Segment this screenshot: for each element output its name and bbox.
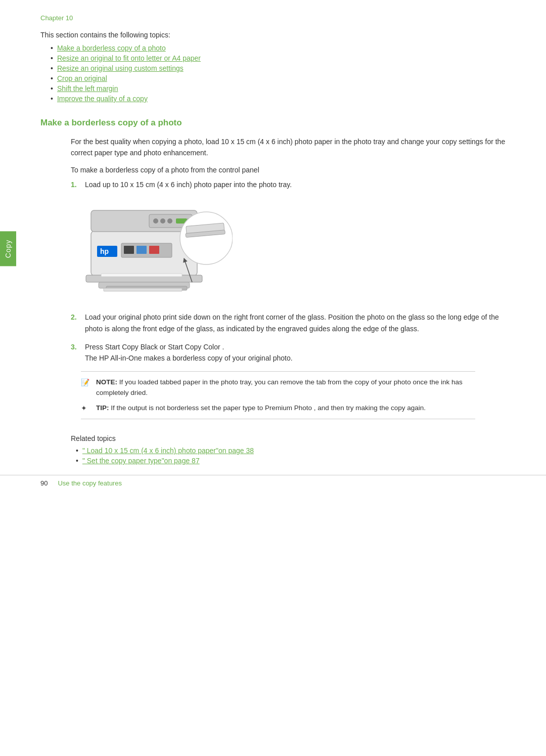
section-heading-borderless: Make a borderless copy of a photo [40, 118, 506, 128]
intro-text: This section contains the following topi… [40, 31, 506, 39]
svg-rect-12 [104, 288, 182, 291]
list-item: Shift the left margin [51, 84, 506, 93]
topic-link-resize-fit[interactable]: Resize an original to fit onto letter or… [57, 54, 201, 62]
tip-icon: ✦ [81, 403, 92, 414]
procedure-intro: To make a borderless copy of a photo fro… [71, 166, 506, 174]
svg-rect-16 [124, 246, 134, 254]
tip-line: ✦ TIP: If the output is not borderless s… [81, 403, 475, 414]
steps-list: 1. Load up to 10 x 15 cm (4 x 6 inch) ph… [71, 179, 506, 190]
topic-link-margin[interactable]: Shift the left margin [57, 84, 118, 93]
step-2-text: Load your original photo print side down… [85, 312, 506, 334]
svg-rect-17 [136, 246, 147, 254]
topic-link-crop[interactable]: Crop an original [57, 74, 107, 82]
steps-list-cont: 2. Load your original photo print side d… [71, 312, 506, 364]
step-2: 2. Load your original photo print side d… [71, 312, 506, 334]
svg-rect-9 [101, 274, 182, 277]
related-link-1[interactable]: " Load 10 x 15 cm (4 x 6 inch) photo pap… [82, 447, 254, 455]
list-item: Crop an original [51, 74, 506, 82]
topic-link-resize-custom[interactable]: Resize an original using custom settings [57, 64, 184, 72]
footer-section-title: Use the copy features [58, 479, 121, 487]
topic-link-quality[interactable]: Improve the quality of a copy [57, 95, 148, 103]
step-3: 3. Press Start Copy Black or Start Copy … [71, 341, 506, 364]
chapter-label: Chapter 10 [40, 14, 506, 22]
step-3-text-middle: or Start Copy Color . [158, 343, 224, 351]
list-item: Resize an original to fit onto letter or… [51, 54, 506, 62]
note-text: NOTE: If you loaded tabbed paper in the … [96, 377, 475, 398]
step-3-text-suffix: The HP All-in-One makes a borderless cop… [85, 354, 293, 362]
related-list: " Load 10 x 15 cm (4 x 6 inch) photo pap… [76, 447, 506, 465]
svg-point-19 [180, 212, 233, 264]
step-1: 1. Load up to 10 x 15 cm (4 x 6 inch) ph… [71, 179, 506, 190]
svg-text:hp: hp [100, 247, 109, 255]
svg-point-3 [153, 218, 158, 224]
svg-point-4 [160, 218, 165, 224]
step-3-text: Press Start Copy Black or Start Copy Col… [85, 341, 506, 364]
step-3-text-prefix: Press Start Copy Black [85, 343, 158, 351]
note-tip-box: 📝 NOTE: If you loaded tabbed paper in th… [81, 371, 475, 420]
svg-rect-18 [149, 246, 159, 254]
related-label: Related topics [71, 434, 506, 442]
list-item: Resize an original using custom settings [51, 64, 506, 72]
note-line: 📝 NOTE: If you loaded tabbed paper in th… [81, 377, 475, 398]
step-2-num: 2. [71, 312, 80, 323]
note-icon: 📝 [81, 377, 92, 388]
footer-page-number: 90 [40, 479, 48, 487]
step-3-num: 3. [71, 341, 80, 352]
list-item: Make a borderless copy of a photo [51, 44, 506, 52]
topic-link-borderless[interactable]: Make a borderless copy of a photo [57, 44, 166, 52]
related-item-2: " Set the copy paper type"on page 87 [76, 457, 506, 465]
svg-point-5 [167, 218, 172, 224]
related-link-2[interactable]: " Set the copy paper type"on page 87 [82, 457, 200, 465]
list-item: Improve the quality of a copy [51, 95, 506, 103]
related-item-1: " Load 10 x 15 cm (4 x 6 inch) photo pap… [76, 447, 506, 455]
sidebar-tab: Copy [0, 231, 16, 266]
printer-image: hp [71, 200, 243, 301]
step-1-text: Load up to 10 x 15 cm (4 x 6 inch) photo… [85, 179, 506, 190]
footer: 90 Use the copy features [0, 475, 546, 487]
section1-body: For the best quality when copying a phot… [71, 136, 506, 159]
printer-svg: hp [71, 200, 233, 294]
tip-text: TIP: If the output is not borderless set… [96, 403, 426, 414]
related-topics-section: Related topics " Load 10 x 15 cm (4 x 6 … [71, 434, 506, 465]
topic-list: Make a borderless copy of a photo Resize… [51, 44, 506, 103]
step-1-num: 1. [71, 179, 80, 190]
